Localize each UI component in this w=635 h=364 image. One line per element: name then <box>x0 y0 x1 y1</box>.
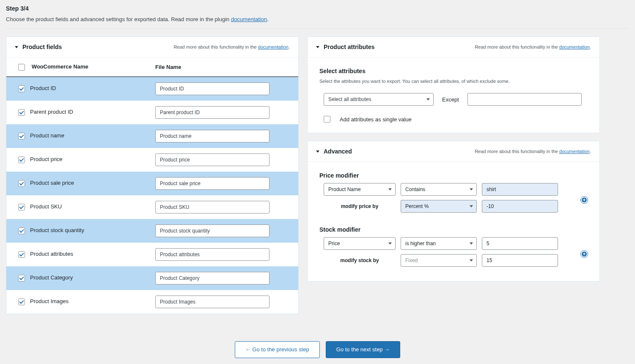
chevron-down-icon <box>388 189 392 191</box>
table-row: Product SKU <box>6 195 298 219</box>
product-fields-header[interactable]: Product fields Read more about this func… <box>6 37 298 57</box>
single-value-label: Add attributes as single value <box>340 116 412 123</box>
chevron-down-icon <box>316 151 319 153</box>
add-price-rule-button[interactable]: + <box>581 197 588 203</box>
doc-link[interactable]: documentation <box>231 16 267 22</box>
product-attributes-title: Product attributes <box>324 44 475 50</box>
select-attributes-dropdown[interactable]: Select all attributes <box>324 93 434 106</box>
price-value-input[interactable]: shirt <box>482 183 558 196</box>
field-checkbox[interactable] <box>18 156 25 163</box>
prev-step-button[interactable]: ← Go to the previous step <box>235 341 320 358</box>
field-name: Product price <box>30 156 63 162</box>
step-subtitle: Choose the product fields and advanced s… <box>6 16 629 22</box>
advanced-header[interactable]: Advanced Read more about this functional… <box>308 141 599 162</box>
stock-modify-type-select[interactable]: Fixed <box>401 254 477 267</box>
doc-link[interactable]: documentation <box>559 44 590 49</box>
chevron-down-icon <box>426 99 430 101</box>
chevron-down-icon <box>470 243 473 245</box>
except-input[interactable] <box>467 93 582 106</box>
file-name-input[interactable] <box>155 248 269 261</box>
table-row: Product price <box>6 148 298 172</box>
field-checkbox[interactable] <box>18 298 25 305</box>
doc-prefix: Read more about this functionality in th… <box>173 44 258 49</box>
except-label: Except <box>442 96 459 103</box>
file-name-input[interactable] <box>155 296 269 308</box>
advanced-panel: Advanced Read more about this functional… <box>307 141 600 282</box>
field-name: Product ID <box>30 85 56 91</box>
doc-link[interactable]: documentation <box>258 44 289 49</box>
product-fields-panel: Product fields Read more about this func… <box>6 36 299 314</box>
product-attributes-panel: Product attributes Read more about this … <box>307 36 600 133</box>
table-row: Product ID <box>6 77 298 101</box>
stock-modify-label: modify stock by <box>324 257 396 263</box>
doc-link[interactable]: documentation <box>559 149 590 154</box>
file-name-input[interactable] <box>155 177 269 190</box>
chevron-down-icon <box>15 46 18 48</box>
field-checkbox[interactable] <box>18 204 25 211</box>
price-field-value: Product Name <box>328 186 361 192</box>
product-fields-table: WooCommerce Name File Name Product IDPar… <box>6 57 298 314</box>
select-attributes-value: Select all attributes <box>328 96 371 102</box>
stock-value-input[interactable]: 5 <box>482 237 558 250</box>
product-fields-title: Product fields <box>22 44 173 50</box>
file-name-input[interactable] <box>155 82 269 95</box>
chevron-down-icon <box>388 243 392 245</box>
stock-field-value: Price <box>328 241 340 246</box>
field-name: Product sale price <box>30 180 74 186</box>
stock-modify-value-input[interactable]: 15 <box>482 254 558 267</box>
field-name: Parent product ID <box>30 109 73 115</box>
price-field-select[interactable]: Product Name <box>324 183 396 196</box>
price-modifier-title: Price modifier <box>319 172 588 179</box>
doc-suffix: . <box>590 149 591 154</box>
chevron-down-icon <box>470 205 473 208</box>
field-name: Product SKU <box>30 203 62 210</box>
field-checkbox[interactable] <box>18 251 25 258</box>
price-op-select[interactable]: Contains <box>401 183 477 196</box>
product-attributes-doc: Read more about this functionality in th… <box>475 44 591 49</box>
price-modify-label: modify price by <box>324 203 396 209</box>
chevron-down-icon <box>470 260 473 262</box>
stock-op-select[interactable]: is higher than <box>401 237 477 250</box>
field-name: Product attributes <box>30 251 73 257</box>
table-row: Product attributes <box>6 243 298 266</box>
field-checkbox[interactable] <box>18 85 25 92</box>
field-checkbox[interactable] <box>18 133 25 140</box>
step-title: Step 3/4 <box>6 5 629 12</box>
single-value-checkbox[interactable] <box>324 116 330 123</box>
select-attributes-title: Select attributes <box>319 68 588 74</box>
field-name: Product name <box>30 132 64 139</box>
price-modify-type-select[interactable]: Percent % <box>401 200 477 213</box>
advanced-title: Advanced <box>324 148 475 155</box>
table-row: Parent product ID <box>6 101 298 124</box>
stock-op-value: is higher than <box>405 241 436 246</box>
step-subtitle-prefix: Choose the product fields and advanced s… <box>6 16 231 22</box>
field-checkbox[interactable] <box>18 275 25 282</box>
file-name-input[interactable] <box>155 130 269 142</box>
separator <box>6 28 629 29</box>
col-file-header: File Name <box>150 57 298 77</box>
doc-prefix: Read more about this functionality in th… <box>475 149 559 154</box>
product-attributes-header[interactable]: Product attributes Read more about this … <box>308 37 599 57</box>
product-fields-doc: Read more about this functionality in th… <box>173 44 290 49</box>
file-name-input[interactable] <box>155 272 269 285</box>
next-step-button[interactable]: Go to the next step → <box>326 341 400 358</box>
step-subtitle-suffix: . <box>267 16 269 22</box>
table-row: Product Category <box>6 266 298 290</box>
field-checkbox[interactable] <box>18 180 25 187</box>
table-row: Product name <box>6 124 298 148</box>
doc-suffix: . <box>289 44 290 49</box>
price-modify-type-value: Percent % <box>405 203 429 209</box>
stock-field-select[interactable]: Price <box>324 237 396 250</box>
field-name: Product stock quantity <box>30 227 84 233</box>
field-name: Product Category <box>30 274 73 281</box>
file-name-input[interactable] <box>155 153 269 166</box>
price-modify-value-input[interactable]: -10 <box>482 200 558 213</box>
file-name-input[interactable] <box>155 224 269 237</box>
add-stock-rule-button[interactable]: + <box>581 251 588 257</box>
field-checkbox[interactable] <box>18 227 25 234</box>
select-all-checkbox[interactable] <box>18 64 25 71</box>
field-checkbox[interactable] <box>18 109 25 116</box>
file-name-input[interactable] <box>155 201 269 213</box>
stock-modifier-title: Stock modifier <box>319 226 588 233</box>
file-name-input[interactable] <box>155 106 269 119</box>
